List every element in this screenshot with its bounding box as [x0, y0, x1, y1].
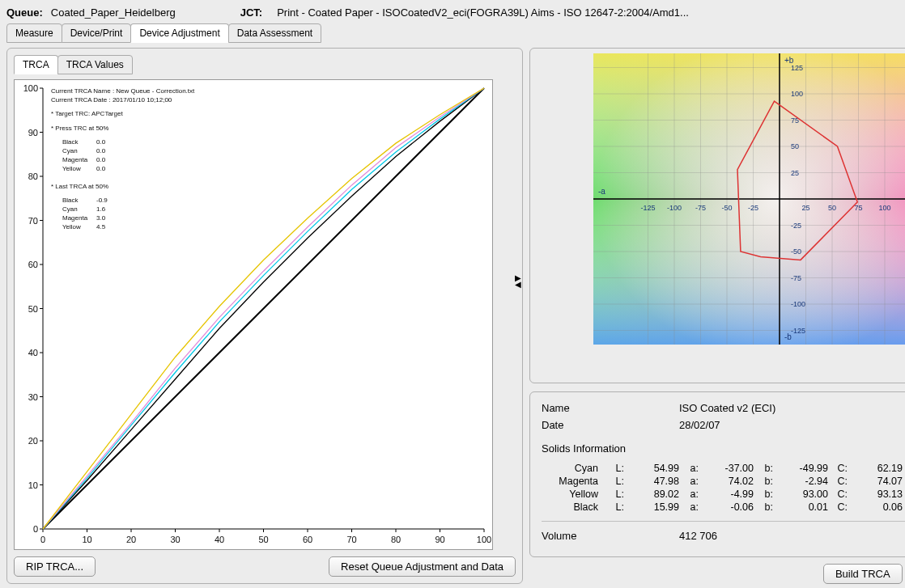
volume-label: Volume: [542, 530, 679, 542]
svg-text:-125: -125: [791, 327, 805, 335]
svg-text:100: 100: [878, 204, 890, 212]
svg-text:75: 75: [854, 204, 862, 212]
build-trca-button[interactable]: Build TRCA: [823, 564, 903, 584]
rip-trca-button[interactable]: RIP TRCA...: [14, 556, 96, 577]
solids-row: CyanL:54.99a:-37.00b:-49.99C:62.19H:233.…: [542, 463, 905, 474]
svg-text:50: 50: [791, 142, 799, 150]
queue-name: Coated_Paper_Heidelberg: [51, 6, 176, 19]
jct-name: Print - Coated Paper - ISOCoatedV2_eci(F…: [277, 6, 689, 19]
left-panel: TRCA TRCA Values 0102030405060708090100 …: [6, 48, 523, 584]
info-section: NameISO Coated v2 (ECI) Date28/02/07 Sol…: [529, 391, 905, 557]
svg-text:-125: -125: [640, 204, 655, 212]
svg-text:25: 25: [801, 204, 809, 212]
svg-text:100: 100: [791, 90, 803, 98]
svg-text:-b: -b: [784, 332, 792, 341]
info-name-value: ISO Coated v2 (ECI): [679, 402, 775, 414]
svg-text:-100: -100: [667, 204, 682, 212]
solids-title: Solids Information: [542, 442, 905, 455]
info-name-label: Name: [542, 402, 679, 414]
sub-tabs: TRCA TRCA Values: [14, 55, 516, 74]
svg-text:-25: -25: [791, 222, 801, 230]
svg-text:-25: -25: [748, 204, 758, 212]
tab-device-adjustment[interactable]: Device Adjustment: [130, 23, 228, 43]
svg-text:125: 125: [791, 64, 803, 72]
trca-chart: 0102030405060708090100 01020304050607080…: [14, 79, 493, 550]
svg-text:-50: -50: [791, 247, 801, 256]
svg-text:+b: +b: [784, 56, 794, 65]
svg-text:25: 25: [791, 169, 799, 177]
svg-text:-75: -75: [695, 204, 706, 212]
info-date-value: 28/02/07: [679, 419, 720, 431]
chart-info: Current TRCA Name : New Queue - Correcti…: [51, 87, 194, 231]
tab-trca[interactable]: TRCA: [14, 55, 58, 74]
solids-row: BlackL:15.99a:-0.06b:0.01C:0.06H:0.00: [542, 501, 905, 513]
tab-device-print[interactable]: Device/Print: [62, 23, 132, 43]
gamut-diagram: -125-125-100-100-75-75-50-50-25-25252550…: [593, 53, 905, 345]
splitter-handle[interactable]: ▶◀: [515, 275, 521, 288]
solids-row: YellowL:89.02a:-4.99b:93.00C:93.13H:93.0…: [542, 489, 905, 500]
svg-text:-100: -100: [791, 300, 805, 308]
tab-measure[interactable]: Measure: [6, 23, 62, 43]
gamut-panel: -125-125-100-100-75-75-50-50-25-25252550…: [529, 48, 905, 383]
svg-text:-a: -a: [598, 187, 605, 196]
volume-value: 412 706: [679, 530, 717, 542]
solids-row: MagentaL:47.98a:74.02b:-2.94C:74.07H:357…: [542, 476, 905, 487]
tab-trca-values[interactable]: TRCA Values: [57, 55, 133, 74]
queue-label: Queue:: [6, 6, 43, 19]
svg-text:-50: -50: [721, 204, 732, 212]
reset-queue-button[interactable]: Reset Queue Adjustment and Data: [329, 556, 516, 577]
jct-label: JCT:: [240, 6, 262, 19]
info-date-label: Date: [542, 419, 679, 431]
main-tabs: Measure Device/Print Device Adjustment D…: [6, 23, 899, 43]
svg-text:-75: -75: [791, 274, 801, 282]
solids-table: CyanL:54.99a:-37.00b:-49.99C:62.19H:233.…: [542, 463, 905, 513]
tab-data-assessment[interactable]: Data Assessment: [228, 23, 321, 43]
svg-text:50: 50: [828, 204, 836, 212]
